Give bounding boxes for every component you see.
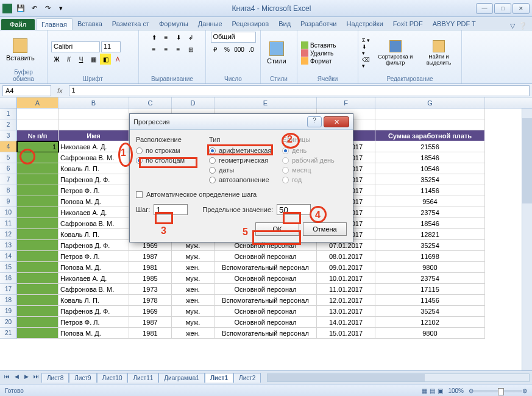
radio-geometric[interactable]: геометрическая — [209, 155, 274, 165]
row-header[interactable]: 10 — [0, 207, 17, 218]
cell[interactable] — [17, 207, 59, 218]
sheet-nav-prev-icon[interactable]: ◀ — [12, 373, 21, 382]
cell[interactable]: жен. — [172, 262, 215, 273]
ok-button[interactable]: ОК — [255, 222, 299, 236]
ribbon-tab-7[interactable]: Разработчи — [296, 18, 341, 30]
qat-more-icon[interactable]: ▾ — [55, 2, 67, 15]
ribbon-tab-5[interactable]: Рецензиров — [227, 18, 274, 30]
bold-button[interactable]: Ж — [51, 54, 62, 65]
cell[interactable]: Парфенов Д. Ф. — [59, 306, 129, 317]
row-header[interactable]: 11 — [0, 218, 17, 229]
row-header[interactable]: 14 — [0, 251, 17, 262]
col-header-A[interactable]: A — [17, 97, 59, 108]
align-right-icon[interactable]: ≡ — [173, 44, 184, 55]
zoom-in-button[interactable]: ⊕ — [522, 387, 527, 394]
qat-save-icon[interactable]: 💾 — [15, 2, 27, 15]
cell[interactable]: 11456 — [375, 185, 485, 196]
wrap-text-icon[interactable]: ↲ — [185, 32, 196, 43]
cell[interactable]: Вспомогательный персонал — [215, 262, 317, 273]
cell[interactable] — [17, 196, 59, 207]
clear-icon[interactable]: ⌫ ▾ — [362, 57, 371, 69]
cell[interactable] — [59, 108, 129, 119]
find-select-button[interactable]: Найти и выделить — [420, 39, 458, 67]
cell[interactable]: Николаев А. Д. — [59, 273, 129, 284]
row-header[interactable]: 5 — [0, 152, 17, 163]
cell[interactable]: 15.01.2017 — [317, 328, 375, 339]
cell[interactable] — [17, 229, 59, 240]
ribbon-tab-8[interactable]: Надстройки — [341, 18, 388, 30]
horizontal-scrollbar[interactable] — [267, 373, 530, 382]
zoom-slider[interactable] — [473, 390, 522, 392]
vertical-scrollbar[interactable] — [522, 108, 532, 370]
dialog-close-button[interactable]: ✕ — [324, 116, 349, 127]
row-header[interactable]: 1 — [0, 108, 17, 119]
file-tab[interactable]: Файл — [1, 19, 35, 30]
col-header-B[interactable]: B — [59, 97, 129, 108]
qat-redo-icon[interactable]: ↷ — [41, 2, 54, 15]
cell[interactable] — [17, 119, 59, 130]
row-header[interactable]: 19 — [0, 306, 17, 317]
sheet-tab[interactable]: Лист8 — [41, 373, 69, 383]
cell[interactable]: Николаев А. Д. — [59, 207, 129, 218]
ribbon-tab-1[interactable]: Вставка — [73, 18, 107, 30]
sheet-tab[interactable]: Диаграмма1 — [158, 373, 205, 383]
close-window-button[interactable]: ✕ — [512, 3, 530, 14]
italic-button[interactable]: К — [63, 54, 74, 65]
cell[interactable]: Основной персонал — [215, 306, 317, 317]
cell[interactable]: 13.01.2017 — [317, 306, 375, 317]
col-header-E[interactable]: E — [215, 97, 317, 108]
cell[interactable]: муж. — [172, 251, 215, 262]
autodetect-checkbox[interactable]: Автоматическое определение шага — [136, 191, 347, 198]
font-name-combo[interactable]: Calibri — [51, 41, 100, 52]
cell[interactable] — [375, 119, 485, 130]
ribbon-tab-10[interactable]: ABBYY PDF T — [428, 18, 481, 30]
merge-icon[interactable]: ⊞ — [185, 44, 196, 55]
cell[interactable]: 35254 — [375, 174, 485, 185]
cell[interactable] — [17, 152, 59, 163]
ribbon-minimize-icon[interactable]: ▽ — [510, 22, 515, 30]
cell[interactable]: 9800 — [375, 328, 485, 339]
cell[interactable]: 23754 — [375, 207, 485, 218]
minimize-button[interactable]: — — [476, 3, 493, 14]
cell[interactable]: муж. — [172, 306, 215, 317]
row-header[interactable]: 17 — [0, 284, 17, 295]
cell[interactable]: 10.01.2017 — [317, 273, 375, 284]
cell[interactable]: 1969 — [129, 306, 172, 317]
sheet-tab[interactable]: Лист1 — [205, 373, 233, 383]
cell[interactable]: жен. — [172, 284, 215, 295]
autosum-icon[interactable]: Σ ▾ — [362, 37, 371, 43]
fx-icon[interactable]: fx — [54, 87, 66, 94]
cell[interactable]: 35254 — [375, 306, 485, 317]
font-color-button[interactable]: A — [112, 54, 123, 65]
cell[interactable]: 9800 — [375, 262, 485, 273]
cell[interactable]: 12.01.2017 — [317, 295, 375, 306]
cell[interactable] — [17, 262, 59, 273]
header-cell[interactable]: Сумма заработной плать — [375, 130, 485, 141]
ribbon-tab-9[interactable]: Foxit PDF — [388, 18, 428, 30]
cell[interactable] — [17, 251, 59, 262]
cell[interactable]: муж. — [172, 317, 215, 328]
row-header[interactable]: 9 — [0, 196, 17, 207]
row-header[interactable]: 12 — [0, 229, 17, 240]
cell[interactable]: Сафронова В. М. — [59, 152, 129, 163]
cell[interactable]: 1987 — [129, 317, 172, 328]
cell[interactable]: Попова М. Д. — [59, 262, 129, 273]
maximize-button[interactable]: □ — [494, 3, 511, 14]
percent-icon[interactable]: % — [222, 44, 233, 55]
header-cell[interactable]: Имя — [59, 130, 129, 141]
align-top-icon[interactable]: ⬆ — [149, 32, 160, 43]
cell[interactable]: Коваль Л. П. — [59, 163, 129, 174]
cell[interactable]: 1973 — [129, 284, 172, 295]
align-left-icon[interactable]: ≡ — [149, 44, 160, 55]
row-header[interactable]: 2 — [0, 119, 17, 130]
col-header-D[interactable]: D — [172, 97, 215, 108]
cell[interactable] — [17, 218, 59, 229]
number-format-combo[interactable]: Общий — [211, 32, 256, 43]
cell[interactable]: Парфенов Д. Ф. — [59, 240, 129, 251]
sheet-nav-last-icon[interactable]: ⏭ — [32, 373, 40, 382]
row-header[interactable]: 6 — [0, 163, 17, 174]
cell[interactable]: Коваль Л. П. — [59, 229, 129, 240]
cell[interactable]: 1981 — [129, 328, 172, 339]
cell[interactable]: Петров Ф. Л. — [59, 317, 129, 328]
cell[interactable]: Петров Ф. Л. — [59, 185, 129, 196]
